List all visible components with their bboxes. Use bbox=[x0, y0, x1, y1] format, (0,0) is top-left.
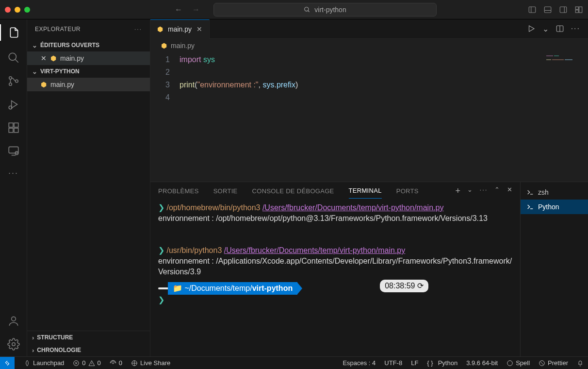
section-open-editors[interactable]: ⌄ ÉDITEURS OUVERTS bbox=[27, 39, 150, 51]
python-file-icon: ⬢ bbox=[41, 81, 47, 88]
command-center[interactable]: virt-python bbox=[213, 3, 437, 17]
layout-sidebar-left-icon[interactable] bbox=[528, 5, 537, 14]
nav-forward-icon[interactable]: → bbox=[192, 5, 200, 14]
svg-line-1 bbox=[308, 10, 310, 12]
terminal-name: Python bbox=[538, 203, 559, 211]
chevron-right-icon: › bbox=[32, 347, 34, 354]
python-file-icon: ⬢ bbox=[50, 54, 56, 62]
status-liveshare[interactable]: Live Share bbox=[127, 359, 175, 367]
status-language[interactable]: { }Python bbox=[423, 359, 462, 367]
sidebar-more-icon[interactable]: ··· bbox=[134, 26, 142, 33]
activity-account[interactable] bbox=[7, 315, 20, 327]
svg-rect-10 bbox=[575, 10, 578, 12]
activity-debug[interactable] bbox=[7, 98, 20, 111]
section-structure[interactable]: › STRUCTURE bbox=[27, 331, 150, 344]
svg-rect-2 bbox=[529, 7, 536, 13]
svg-point-14 bbox=[9, 83, 11, 85]
svg-line-40 bbox=[540, 361, 544, 365]
activity-search[interactable] bbox=[7, 51, 20, 64]
status-ports[interactable]: 0 bbox=[105, 359, 127, 367]
window-minimize[interactable] bbox=[15, 7, 20, 13]
terminal-dropdown-icon[interactable]: ⌄ bbox=[467, 186, 473, 196]
gear-icon bbox=[7, 338, 20, 351]
section-folder[interactable]: ⌄ VIRT-PYTHON bbox=[27, 65, 150, 78]
remote-explorer-icon bbox=[7, 145, 20, 157]
status-interpreter[interactable]: 3.9.6 64-bit bbox=[462, 359, 502, 367]
open-editor-item[interactable]: ✕ ⬢ main.py bbox=[27, 51, 150, 65]
breadcrumb-file[interactable]: main.py bbox=[171, 42, 195, 50]
code-fn: print bbox=[180, 81, 195, 89]
tab-close-icon[interactable]: ✕ bbox=[196, 25, 202, 33]
tab-ports[interactable]: PORTS bbox=[396, 187, 419, 195]
window-zoom[interactable] bbox=[24, 7, 30, 13]
open-editor-filename: main.py bbox=[60, 54, 84, 62]
svg-rect-20 bbox=[14, 128, 18, 133]
editor[interactable]: 1 2 3 4 import sys print("environnement … bbox=[150, 52, 588, 182]
close-icon[interactable]: ✕ bbox=[41, 54, 47, 62]
new-terminal-icon[interactable]: + bbox=[455, 186, 460, 196]
status-prettier[interactable]: Prettier bbox=[534, 359, 572, 367]
activity-remote[interactable] bbox=[7, 145, 20, 157]
svg-marker-27 bbox=[529, 26, 534, 32]
activity-scm[interactable] bbox=[7, 75, 20, 87]
status-spaces[interactable]: Espaces : 4 bbox=[338, 359, 380, 367]
tab-more-icon[interactable]: ··· bbox=[571, 24, 580, 34]
nav-back-icon[interactable]: ← bbox=[175, 5, 182, 14]
status-eol[interactable]: LF bbox=[407, 359, 423, 367]
file-item-main[interactable]: ⬢ main.py bbox=[27, 78, 150, 91]
error-icon bbox=[73, 360, 80, 367]
tab-problemes[interactable]: PROBLÈMES bbox=[158, 187, 199, 195]
open-editors-label: ÉDITEURS OUVERTS bbox=[40, 42, 99, 49]
status-encoding[interactable]: UTF-8 bbox=[380, 359, 407, 367]
activity-more[interactable]: ··· bbox=[8, 168, 18, 178]
term-interp1: /opt/homebrew/bin/python3 bbox=[166, 203, 260, 212]
terminal-list-python[interactable]: Python bbox=[521, 200, 588, 214]
svg-rect-21 bbox=[14, 123, 18, 127]
tab-debug-console[interactable]: CONSOLE DE DÉBOGAGE bbox=[252, 187, 334, 195]
split-editor-icon[interactable] bbox=[555, 24, 564, 33]
tab-main[interactable]: ⬢ main.py ✕ bbox=[150, 19, 210, 39]
svg-rect-6 bbox=[560, 7, 567, 13]
svg-point-15 bbox=[15, 80, 17, 82]
line-number: 2 bbox=[150, 66, 170, 79]
layout-sidebar-right-icon[interactable] bbox=[559, 5, 568, 14]
bell-icon bbox=[577, 360, 584, 367]
powerline-cwd: 📁 ~/Documents/temp/virt-python bbox=[168, 282, 297, 295]
svg-line-12 bbox=[15, 59, 18, 63]
status-problems[interactable]: 0 0 bbox=[68, 359, 105, 367]
python-file-icon: ⬢ bbox=[157, 25, 163, 33]
gutter: 1 2 3 4 bbox=[150, 52, 180, 182]
remote-status[interactable] bbox=[0, 357, 15, 369]
tab-terminal[interactable]: TERMINAL bbox=[349, 187, 382, 199]
section-chronologie[interactable]: › CHRONOLOGIE bbox=[27, 344, 150, 356]
term-out1: environnement : /opt/homebrew/opt/python… bbox=[158, 213, 512, 224]
status-spell[interactable]: Spell bbox=[502, 359, 534, 367]
run-icon[interactable] bbox=[527, 24, 536, 33]
status-notifications[interactable] bbox=[572, 359, 588, 367]
panel-close-icon[interactable]: ✕ bbox=[507, 186, 512, 196]
chevron-down-icon: ⌄ bbox=[32, 42, 37, 49]
window-close[interactable] bbox=[5, 7, 11, 13]
activity-explorer[interactable] bbox=[0, 24, 27, 41]
radio-icon bbox=[110, 360, 116, 367]
terminal-icon bbox=[526, 203, 534, 211]
customize-layout-icon[interactable] bbox=[574, 5, 583, 14]
panel-maximize-icon[interactable]: ⌃ bbox=[494, 186, 500, 196]
svg-rect-19 bbox=[9, 128, 13, 133]
activity-settings[interactable] bbox=[7, 338, 20, 351]
minimap[interactable] bbox=[546, 55, 585, 60]
search-icon bbox=[304, 6, 310, 13]
tab-sortie[interactable]: SORTIE bbox=[213, 187, 238, 195]
terminal-output[interactable]: ❯ /opt/homebrew/bin/python3 /Users/fbruc… bbox=[150, 200, 520, 356]
layout-panel-icon[interactable] bbox=[543, 5, 552, 14]
chevron-right-icon: › bbox=[32, 334, 34, 341]
term-interp2: /usr/bin/python3 bbox=[166, 246, 222, 254]
activity-extensions[interactable] bbox=[7, 121, 20, 134]
status-launchpad[interactable]: Launchpad bbox=[19, 359, 68, 367]
python-file-icon: ⬢ bbox=[161, 42, 167, 50]
term-out2: environnement : /Applications/Xcode.app/… bbox=[158, 256, 512, 277]
run-dropdown-icon[interactable]: ⌄ bbox=[542, 24, 549, 34]
panel-more-icon[interactable]: ··· bbox=[480, 186, 488, 196]
line-number: 1 bbox=[150, 53, 170, 66]
terminal-list-zsh[interactable]: zsh bbox=[521, 185, 588, 200]
